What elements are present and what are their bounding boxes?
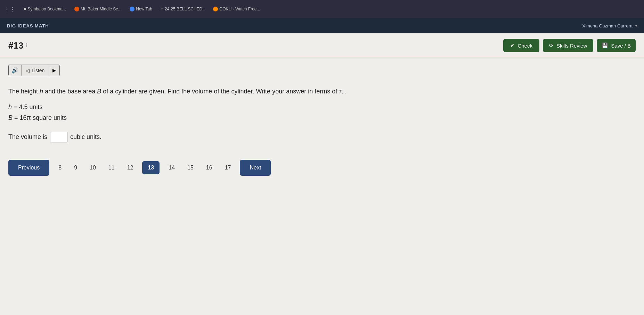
listen-bar: 🔊 ◁ Listen ▶: [0, 58, 644, 80]
user-dropdown-arrow[interactable]: ▾: [635, 24, 637, 28]
listen-speaker-icon: 🔊: [9, 65, 22, 76]
answer-prefix: The volume is: [8, 133, 47, 141]
answer-suffix: cubic units.: [70, 133, 101, 141]
previous-button[interactable]: Previous: [8, 160, 49, 176]
mtbaker-favicon: [74, 7, 79, 11]
page-12[interactable]: 12: [124, 162, 137, 174]
question-number: #13: [8, 40, 23, 51]
username-label: Ximena Guzman Carrera: [582, 23, 633, 28]
page-9[interactable]: 9: [71, 162, 81, 174]
browser-tabs: ■ Symbaloo Bookma... Mt. Baker Middle Sc…: [21, 5, 263, 13]
h-italic: h: [8, 103, 12, 110]
play-icon: ▶: [52, 68, 56, 73]
tab-goku-label: GOKU - Watch Free...: [219, 7, 260, 11]
tab-symbaloo-label: Symbaloo Bookma...: [27, 7, 66, 11]
app-logo: BIG IDEAS MATH: [7, 23, 49, 28]
h-variable: h: [40, 88, 43, 95]
listen-button[interactable]: ◁ Listen: [22, 65, 49, 76]
bellsched-favicon: ≡: [161, 6, 163, 12]
save-label: Save / B: [611, 43, 631, 49]
page-17[interactable]: 17: [221, 162, 235, 174]
app-header: BIG IDEAS MATH Ximena Guzman Carrera ▾: [0, 18, 644, 33]
newtab-favicon: [130, 7, 134, 11]
apps-icon: ⋮⋮: [4, 6, 15, 13]
answer-input[interactable]: [50, 132, 67, 142]
listen-button-group: 🔊 ◁ Listen ▶: [8, 65, 60, 76]
answer-line: The volume is cubic units.: [8, 132, 636, 142]
next-button[interactable]: Next: [240, 160, 271, 176]
listen-label: Listen: [32, 68, 44, 73]
browser-chrome: ⋮⋮ ■ Symbaloo Bookma... Mt. Baker Middle…: [0, 0, 644, 18]
question-number-container: #13 i: [8, 40, 27, 51]
previous-label: Previous: [18, 165, 40, 171]
symbaloo-favicon: ■: [24, 7, 26, 11]
page-16[interactable]: 16: [203, 162, 216, 174]
page-10[interactable]: 10: [86, 162, 99, 174]
given-values: h = 4.5 units B = 16π square units: [8, 103, 636, 122]
page-14[interactable]: 14: [165, 162, 178, 174]
h-value-line: h = 4.5 units: [8, 103, 636, 111]
listen-back-icon: ◁: [26, 68, 30, 73]
b-value-line: B = 16π square units: [8, 114, 636, 122]
save-button[interactable]: 💾 Save / B: [597, 39, 636, 52]
tab-newtab-label: New Tab: [136, 7, 152, 11]
goku-favicon: [213, 7, 218, 11]
user-section[interactable]: Ximena Guzman Carrera ▾: [582, 23, 637, 28]
tab-newtab[interactable]: New Tab: [127, 5, 155, 13]
b-variable: B: [97, 88, 101, 95]
check-button[interactable]: ✔ Check: [503, 39, 539, 52]
save-icon: 💾: [602, 42, 608, 49]
page-11[interactable]: 11: [105, 162, 118, 174]
main-content: #13 i ✔ Check ⟳ Skills Review 💾 Save / B…: [0, 33, 644, 315]
question-header: #13 i ✔ Check ⟳ Skills Review 💾 Save / B: [0, 33, 644, 58]
tab-symbaloo[interactable]: ■ Symbaloo Bookma...: [21, 5, 69, 13]
skills-review-button[interactable]: ⟳ Skills Review: [543, 39, 593, 52]
page-8[interactable]: 8: [55, 162, 65, 174]
tab-mtbaker[interactable]: Mt. Baker Middle Sc...: [72, 5, 124, 13]
next-label: Next: [250, 165, 261, 171]
page-15[interactable]: 15: [184, 162, 197, 174]
tab-goku[interactable]: GOKU - Watch Free...: [210, 5, 263, 13]
question-text: The height h and the base area B of a cy…: [8, 86, 636, 97]
question-info-icon[interactable]: i: [26, 43, 27, 48]
nav-footer: Previous 8 9 10 11 12 13 14 15 16 17 Nex…: [0, 149, 644, 186]
tab-bellsched[interactable]: ≡ 24-25 BELL SCHED..: [158, 5, 207, 13]
play-button[interactable]: ▶: [49, 65, 59, 76]
tab-mtbaker-label: Mt. Baker Middle Sc...: [81, 7, 121, 11]
header-buttons: ✔ Check ⟳ Skills Review 💾 Save / B: [503, 39, 636, 52]
page-13-active[interactable]: 13: [142, 161, 160, 174]
tab-bellsched-label: 24-25 BELL SCHED..: [165, 7, 205, 11]
b-italic: B: [8, 114, 13, 121]
skills-icon: ⟳: [549, 42, 554, 49]
speaker-icon: 🔊: [11, 67, 18, 74]
skills-label: Skills Review: [556, 43, 587, 49]
check-icon: ✔: [510, 42, 515, 49]
check-label: Check: [517, 43, 532, 49]
question-body: The height h and the base area B of a cy…: [0, 80, 644, 149]
